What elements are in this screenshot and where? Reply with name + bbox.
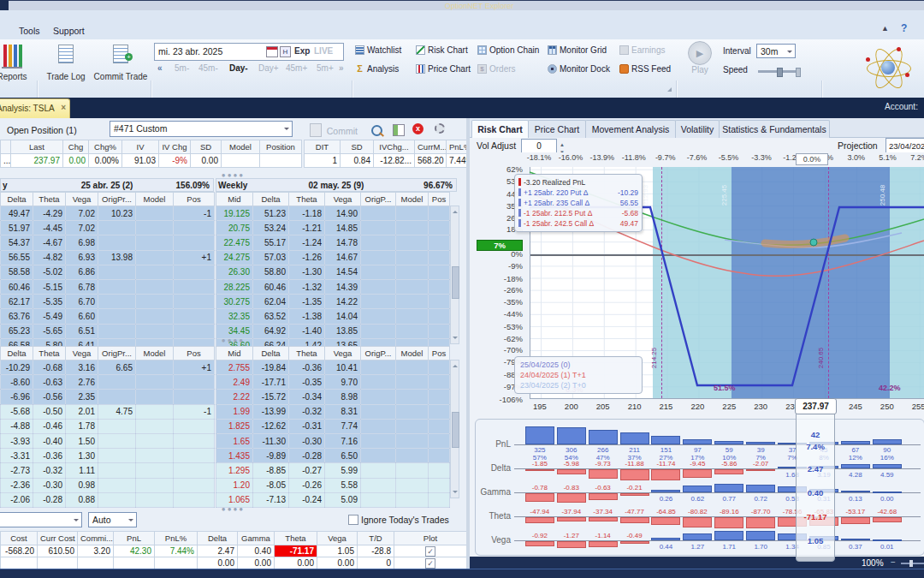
cell-delta[interactable]: 58.58	[1, 265, 33, 279]
cell-td[interactable]: -28.8	[358, 545, 394, 557]
cell-vega[interactable]: 6.78	[66, 279, 98, 294]
cell-model[interactable]	[396, 221, 429, 235]
cell-theta[interactable]: -1.18	[289, 206, 325, 221]
cell-pos[interactable]	[174, 235, 215, 250]
cell-pos[interactable]	[429, 375, 450, 390]
auto-select[interactable]: Auto	[88, 512, 137, 527]
option-row[interactable]: -4.88-0.46 1.78	[1, 419, 215, 433]
cell-pos[interactable]	[174, 478, 215, 492]
cell-vega[interactable]: 14.54	[325, 265, 361, 279]
quote-row[interactable]: ... 237.97 0.00 0.00% 91.03 -9% 0.00	[1, 154, 302, 168]
cell-origp[interactable]	[361, 449, 396, 463]
cell-mid[interactable]: 1.99	[216, 404, 253, 419]
cell-mid[interactable]: 19.125	[216, 206, 253, 221]
cell-mid[interactable]: 28.225	[216, 279, 253, 294]
cell-sd[interactable]: 0.00	[191, 154, 222, 168]
cell-pos[interactable]: -1	[174, 404, 215, 419]
cell-pos[interactable]	[174, 221, 215, 235]
cell-theta[interactable]: -4.29	[33, 206, 66, 221]
exp-label[interactable]: Exp	[294, 46, 310, 56]
cell-pos[interactable]	[174, 265, 215, 279]
cell-vega[interactable]: 8.98	[325, 390, 361, 404]
close-icon[interactable]: ×	[61, 103, 66, 112]
cell-theta[interactable]: -4.45	[33, 221, 66, 235]
cell-theta[interactable]: -0.32	[33, 463, 66, 478]
cell-gamma[interactable]: 0.00	[238, 557, 275, 569]
cell-pos[interactable]	[429, 390, 450, 404]
time-icon[interactable]: H	[280, 46, 291, 57]
cell-delta[interactable]: -12.62	[253, 419, 289, 433]
cell-delta[interactable]: -19.84	[253, 361, 289, 375]
cell-origpr[interactable]	[98, 265, 136, 279]
cell-delta[interactable]: 63.76	[1, 309, 33, 324]
cell-model[interactable]	[136, 375, 174, 390]
cell-origp[interactable]	[361, 279, 396, 294]
menu-support[interactable]: Support	[53, 26, 85, 36]
cell-ivchg[interactable]: -9%	[159, 154, 191, 168]
cell-vega[interactable]: 7.16	[325, 433, 361, 448]
cell-pos[interactable]	[174, 295, 215, 309]
cell-pos[interactable]: +1	[174, 361, 215, 375]
cell-delta[interactable]: 58.80	[253, 265, 289, 279]
cell-theta[interactable]: -5.15	[33, 279, 66, 294]
cell-delta[interactable]: 55.17	[253, 235, 289, 250]
option-row[interactable]: 1.825-12.62 -0.317.74	[216, 419, 450, 433]
cell-mid[interactable]: 20.75	[216, 221, 253, 235]
option-row[interactable]: 26.3058.80 -1.3014.54	[216, 265, 450, 279]
cell-origpr[interactable]	[98, 221, 136, 235]
option-row[interactable]: -5.68-0.50 2.014.75 -1	[1, 404, 215, 419]
cell-delta[interactable]: -2.36	[1, 478, 33, 492]
cell-model[interactable]	[136, 295, 174, 309]
cell-pos[interactable]	[429, 361, 450, 375]
cell-model[interactable]	[136, 390, 174, 404]
cell-origpr[interactable]	[98, 235, 136, 250]
cell-td[interactable]: 0	[358, 557, 394, 569]
zoom-out-icon[interactable]: −	[891, 557, 896, 567]
scrollbar-thumb[interactable]	[452, 266, 459, 299]
cell-origp[interactable]	[361, 375, 396, 390]
cell-model[interactable]	[136, 404, 174, 419]
cell-pos[interactable]: +1	[174, 250, 215, 265]
cell-origpr[interactable]	[98, 433, 136, 448]
cell-pos[interactable]	[174, 433, 215, 448]
cell-vega[interactable]: 7.02	[66, 206, 98, 221]
cell-pos[interactable]	[429, 449, 450, 463]
cell-theta[interactable]: -1.32	[289, 279, 325, 294]
cell-model[interactable]	[396, 449, 429, 463]
cell-model[interactable]	[396, 279, 429, 294]
cell-ivchg2[interactable]: -12.82...	[374, 154, 415, 168]
windows-watchlist[interactable]: Watchlist	[355, 45, 401, 57]
cell-mid[interactable]: 30.275	[216, 295, 253, 309]
cell-pos[interactable]	[429, 433, 450, 448]
cell-vega[interactable]: 5.99	[325, 463, 361, 478]
cell-delta[interactable]: -5.68	[1, 404, 33, 419]
cell-delta[interactable]: -10.29	[1, 361, 33, 375]
cell-theta[interactable]: -0.68	[33, 361, 66, 375]
cell-origpr[interactable]: 13.98	[98, 250, 136, 265]
cell-delta[interactable]: 62.04	[253, 295, 289, 309]
scrollbar-thumb[interactable]	[452, 412, 459, 448]
option-row[interactable]: 49.47-4.29 7.0210.23 -1	[1, 206, 215, 221]
cell-delta[interactable]: -4.88	[1, 419, 33, 433]
windows-risk-chart[interactable]: Risk Chart	[416, 45, 468, 57]
scroll-down-icon[interactable]	[453, 491, 458, 496]
option-row[interactable]: 60.46-5.15 6.78	[1, 279, 215, 294]
cell-delta[interactable]: -8.60	[1, 375, 33, 390]
cell-chg[interactable]: 0.00	[63, 154, 89, 168]
cell-pos[interactable]	[174, 419, 215, 433]
speed-slider-thumb[interactable]	[777, 68, 783, 77]
cell-mid[interactable]: 24.275	[216, 250, 253, 265]
option-row[interactable]: -2.36-0.30 0.98	[1, 478, 215, 492]
windows-monitor-dock[interactable]: Monitor Dock	[548, 63, 610, 75]
cell-delta[interactable]: -3.93	[1, 433, 33, 448]
step-day-minus[interactable]: Day-	[229, 63, 248, 73]
cell-pos[interactable]	[429, 250, 450, 265]
cell-origpr[interactable]	[98, 419, 136, 433]
cell-model[interactable]	[396, 361, 429, 375]
cell-symbol[interactable]: ...	[1, 154, 11, 168]
cell-pnl[interactable]	[114, 557, 155, 569]
cell-vega[interactable]: 14.85	[325, 221, 361, 235]
cell-pos[interactable]	[174, 449, 215, 463]
cell-model[interactable]	[136, 433, 174, 448]
option-row[interactable]: -6.96-0.56 2.35	[1, 390, 215, 404]
